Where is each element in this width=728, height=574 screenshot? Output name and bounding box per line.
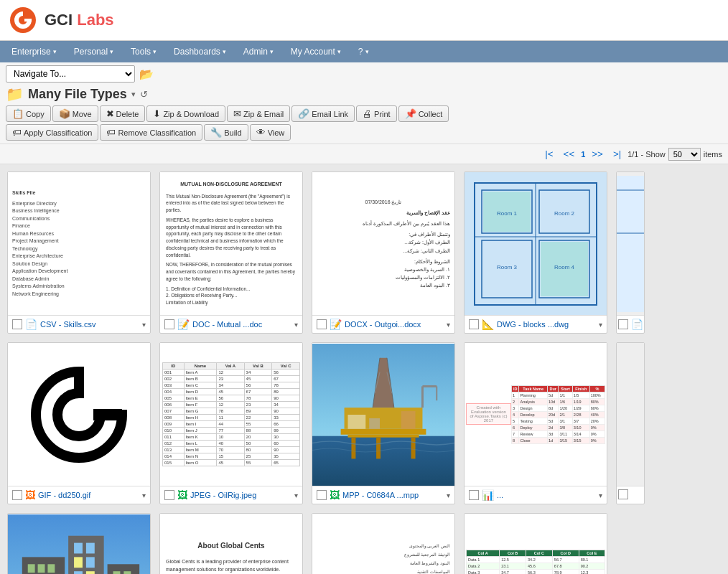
file-checkbox-jpeg[interactable] [317,490,327,500]
file-preview-pdf[interactable]: About Global Cents Global Cents is a lea… [160,514,302,574]
logo-text: GCI Labs [45,11,114,29]
file-footer-csv: 📄 CSV - Skills.csv ▾ [8,316,150,333]
xls-preview-table: Col A Col B Col C Col D Col E Data 112.5… [466,550,605,575]
file-dropdown-icon[interactable]: ▾ [447,321,450,329]
logo-labs: Labs [77,11,113,29]
file-card-doc3: النص العربي والمحتوى الوثيقة المرجعية لل… [312,513,455,574]
file-checkbox-csv[interactable] [12,319,22,329]
svg-text:Room 3: Room 3 [497,264,518,270]
refresh-button[interactable]: ↺ [140,89,148,100]
file-dropdown-icon[interactable]: ▾ [142,491,146,499]
apply-classification-button[interactable]: 🏷 Apply Classification [6,124,98,141]
delete-button[interactable]: ✖ Delete [100,105,146,122]
remove-classification-icon: 🏷 [106,127,116,138]
copy-button[interactable]: 📋 Copy [6,105,51,122]
file-checkbox-svg[interactable] [12,490,22,500]
file-footer-mpp: 📊 ... ▾ [465,486,607,504]
nav-enterprise[interactable]: Enterprise ▾ [3,41,65,62]
file-dropdown-icon[interactable]: ▾ [599,491,602,499]
browse-folder-button[interactable]: 📂 [139,67,154,81]
navigate-select[interactable]: Navigate To... [6,65,135,83]
file-dropdown-icon[interactable]: ▾ [447,491,450,499]
file-checkbox-partial-2[interactable] [618,489,628,499]
zip-download-icon: ⬇ [153,108,161,119]
file-card-gif: ID Name Val A Val B Val C 001Item A12345… [159,342,303,504]
last-page-button[interactable]: >| [610,147,625,161]
collect-icon: 📌 [405,108,416,119]
file-preview-doc3[interactable]: النص العربي والمحتوى الوثيقة المرجعية لل… [312,514,454,574]
oilrig-preview-svg [312,343,454,486]
file-checkbox-docx[interactable] [317,319,327,329]
file-dropdown-icon[interactable]: ▾ [599,321,602,329]
docx-file-name[interactable]: DOCX - Outgoi...docx [345,320,444,329]
file-card-xls: Col A Col B Col C Col D Col E Data 112.5… [464,513,607,574]
email-link-button[interactable]: 🔗 Email Link [291,105,355,122]
zip-email-button[interactable]: ✉ Zip & Email [227,105,290,122]
file-preview-svg[interactable] [8,343,150,486]
csv-file-name[interactable]: CSV - Skills.csv [40,320,139,329]
nav-personal[interactable]: Personal ▾ [65,41,122,62]
docx-file-icon: 📝 [330,319,342,330]
print-button[interactable]: 🖨 Print [356,105,397,122]
file-card-pdf: About Global Cents Global Cents is a lea… [159,513,303,574]
collect-button[interactable]: 📌 Collect [398,105,449,122]
file-preview-xls[interactable]: Col A Col B Col C Col D Col E Data 112.5… [465,514,607,574]
nav-my-account[interactable]: My Account ▾ [282,41,350,62]
show-count-select[interactable]: 50 25 100 [668,148,701,161]
nav-tools[interactable]: Tools ▾ [122,41,165,62]
first-page-button[interactable]: |< [541,147,556,161]
nav-dashboards[interactable]: Dashboards ▾ [165,41,235,62]
file-preview-dwg[interactable]: Room 1 Room 2 Room 3 Room 4 [465,172,607,316]
next-page-button[interactable]: >> [588,147,607,161]
file-preview-partial-1 [617,172,645,316]
view-button[interactable]: 👁 View [250,124,291,141]
nav-admin[interactable]: Admin ▾ [235,41,282,62]
svg-rect-35 [401,411,416,429]
file-dropdown-icon[interactable]: ▾ [294,321,298,329]
file-preview-gif[interactable]: ID Name Val A Val B Val C 001Item A12345… [160,343,302,486]
file-checkbox-mpp[interactable] [469,490,479,500]
file-preview-mpp[interactable]: Created with Evaluation versionof Aspose… [465,343,607,486]
prev-page-button[interactable]: << [560,147,579,161]
svg-rect-52 [74,557,83,568]
remove-classification-button[interactable]: 🏷 Remove Classification [100,124,202,141]
file-checkbox-doc[interactable] [164,319,174,329]
dwg-file-name[interactable]: DWG - blocks ...dwg [497,320,596,329]
dwg-file-icon: 📐 [482,319,494,330]
svg-text:Room 1: Room 1 [497,210,518,217]
jpeg-file-name[interactable]: MPP - C0684A ...mpp [342,491,444,499]
move-icon: 📦 [59,108,70,119]
svg-rect-53 [86,557,95,568]
doc-file-name[interactable]: DOC - Mutual ...doc [192,320,291,329]
file-checkbox-dwg[interactable] [469,319,479,329]
mpp-preview-table: ID Task Name Dur Start Finish % 1Plannin… [511,385,605,444]
jpeg-file-icon: 🖼 [330,489,340,501]
breadcrumb-dropdown-icon[interactable]: ▾ [131,90,136,99]
zip-download-button[interactable]: ⬇ Zip & Download [146,105,225,122]
file-checkbox-gif[interactable] [164,490,174,500]
gif-preview-table: ID Name Val A Val B Val C 001Item A12345… [162,362,300,466]
current-page[interactable]: 1 [581,150,585,159]
svg-rect-16 [617,176,645,312]
file-card-svg: 🖼 GIF - dd250.gif ▾ [7,342,151,504]
file-checkbox-partial-1[interactable] [618,319,628,329]
file-preview-jpeg[interactable] [312,343,454,486]
svg-rect-43 [108,564,140,574]
build-button[interactable]: 🔧 Build [204,124,248,141]
file-preview-docx[interactable]: 07/30/2016 تاريخ عقد الإفصاح والسرية هذا… [312,172,454,316]
action-buttons-row2: 🏷 Apply Classification 🏷 Remove Classifi… [6,124,722,141]
svg-rect-44 [28,564,35,573]
gif-file-name[interactable]: JPEG - OilRig.jpeg [190,491,291,499]
file-preview-building[interactable]: GLOBALCENTS VIEWER [8,514,150,574]
file-dropdown-icon[interactable]: ▾ [142,321,146,329]
blueprint-svg: Room 1 Room 2 Room 3 Room 4 [467,176,604,312]
move-button[interactable]: 📦 Move [52,105,98,122]
mpp-file-name[interactable]: ... [497,491,596,499]
svg-rect-34 [348,415,366,429]
file-card-partial-2 [616,342,645,504]
file-dropdown-icon[interactable]: ▾ [294,491,298,499]
svg-file-name[interactable]: GIF - dd250.gif [38,491,139,499]
file-preview-doc[interactable]: MUTUAL NON-DISCLOSURE AGREEMENT This Mut… [160,172,302,316]
file-preview-csv[interactable]: Skills File Enterprise Directory Busines… [8,172,150,316]
nav-help[interactable]: ? ▾ [350,41,378,62]
